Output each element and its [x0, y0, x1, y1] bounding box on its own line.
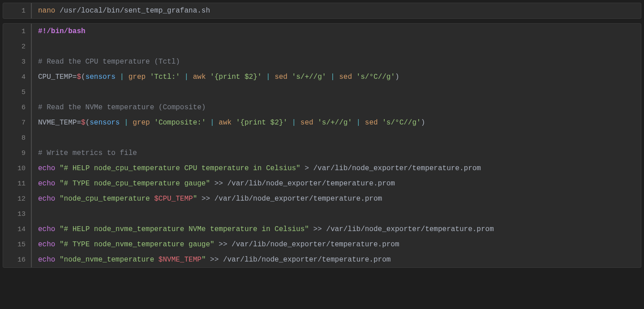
code-token: |	[120, 119, 133, 127]
code-content[interactable]: # Write metrics to file	[38, 148, 641, 158]
code-token: "	[193, 195, 197, 203]
gutter-separator	[31, 24, 32, 39]
code-content[interactable]: CPU_TEMP=$(sensors | grep 'Tctl:' | awk …	[38, 72, 641, 82]
code-token: grep	[133, 119, 150, 127]
gutter-separator	[31, 85, 32, 100]
code-line[interactable]: 14echo "# HELP node_nvme_temperature NVM…	[3, 222, 641, 237]
code-token: |	[352, 119, 365, 127]
code-token: 's/°C//g'	[378, 119, 421, 127]
code-line[interactable]: 5	[3, 85, 641, 100]
code-token	[55, 240, 60, 249]
gutter-separator	[31, 237, 32, 252]
code-line[interactable]: 9# Write metrics to file	[3, 146, 641, 161]
code-line[interactable]: 13	[3, 206, 641, 222]
code-line[interactable]: 4CPU_TEMP=$(sensors | grep 'Tctl:' | awk…	[3, 69, 641, 85]
gutter-separator	[31, 161, 32, 176]
code-token	[55, 195, 60, 203]
code-token: "node_cpu_temperature	[60, 195, 154, 203]
code-token: > /var/lib/node_exporter/temperature.pro…	[301, 164, 481, 172]
line-number: 10	[3, 164, 31, 173]
line-number: 1	[3, 6, 31, 16]
code-token: # Read the NVMe temperature (Composite)	[38, 103, 206, 112]
code-token: echo	[38, 180, 55, 188]
code-token: echo	[38, 256, 55, 264]
code-line[interactable]: 6# Read the NVMe temperature (Composite)	[3, 100, 641, 115]
code-token: |	[206, 119, 219, 127]
code-token: 'Composite:'	[150, 119, 206, 127]
code-token: |	[262, 73, 275, 81]
code-token: $NVME_TEMP	[159, 256, 202, 264]
code-token: >> /var/lib/node_exporter/temperature.pr…	[215, 240, 399, 249]
code-token: NVME_TEMP	[38, 119, 77, 127]
code-token: 's/°C//g'	[352, 73, 395, 81]
code-content[interactable]: # Read the CPU temperature (Tctl)	[38, 57, 641, 67]
code-token: echo	[38, 164, 55, 172]
code-token	[55, 225, 60, 233]
gutter-separator	[31, 206, 32, 222]
code-token: '{print $2}'	[206, 73, 262, 81]
code-line[interactable]: 10echo "# HELP node_cpu_temperature CPU …	[3, 161, 641, 176]
code-line[interactable]: 12echo "node_cpu_temperature $CPU_TEMP" …	[3, 191, 641, 206]
code-token: |	[326, 73, 339, 81]
code-token: echo	[38, 225, 55, 233]
code-content[interactable]: echo "node_nvme_temperature $NVME_TEMP" …	[38, 255, 641, 265]
line-number: 16	[3, 255, 31, 265]
gutter-separator	[31, 69, 32, 85]
code-content[interactable]: echo "# HELP node_cpu_temperature CPU te…	[38, 163, 641, 173]
code-line[interactable]: 15echo "# TYPE node_nvme_temperature gau…	[3, 237, 641, 252]
code-content[interactable]: echo "# HELP node_nvme_temperature NVMe …	[38, 224, 641, 234]
code-line[interactable]: 1nano /usr/local/bin/sent_temp_grafana.s…	[3, 3, 641, 18]
code-token	[55, 164, 60, 172]
code-content[interactable]: echo "# TYPE node_nvme_temperature gauge…	[38, 240, 641, 249]
code-token: )	[395, 73, 399, 81]
code-content[interactable]	[38, 209, 641, 219]
code-token: (	[86, 119, 90, 127]
code-token: >> /var/lib/node_exporter/temperature.pr…	[197, 195, 382, 203]
code-token: '{print $2}'	[232, 119, 288, 127]
line-number: 12	[3, 194, 31, 204]
gutter-separator	[31, 146, 32, 161]
code-content[interactable]	[38, 87, 641, 97]
line-number: 4	[3, 73, 31, 82]
line-number: 8	[3, 133, 31, 143]
line-number: 2	[3, 42, 31, 52]
code-block-command: 1nano /usr/local/bin/sent_temp_grafana.s…	[3, 3, 641, 19]
line-number: 9	[3, 149, 31, 158]
code-token: $CPU_TEMP	[154, 195, 193, 203]
code-content[interactable]	[38, 42, 641, 52]
code-token: nano	[38, 7, 55, 15]
code-token	[55, 180, 60, 188]
code-token: "# HELP node_nvme_temperature NVMe tempe…	[60, 225, 309, 233]
code-line[interactable]: 3# Read the CPU temperature (Tctl)	[3, 54, 641, 69]
code-token: 'Tctl:'	[146, 73, 180, 81]
code-token: /usr/local/bin/sent_temp_grafana.sh	[55, 7, 210, 15]
code-token: )	[421, 119, 425, 127]
code-content[interactable]	[38, 133, 641, 143]
code-token: |	[180, 73, 193, 81]
code-token: #!/bin/bash	[38, 27, 86, 35]
code-content[interactable]: nano /usr/local/bin/sent_temp_grafana.sh	[38, 6, 641, 16]
code-token: echo	[38, 240, 55, 249]
code-line[interactable]: 2	[3, 39, 641, 54]
code-token: echo	[38, 195, 55, 203]
code-token: sensors	[86, 73, 116, 81]
code-content[interactable]: NVME_TEMP=$(sensors | grep 'Composite:' …	[38, 118, 641, 128]
code-token: sed	[339, 73, 352, 81]
gutter-separator	[31, 3, 32, 18]
code-line[interactable]: 16echo "node_nvme_temperature $NVME_TEMP…	[3, 252, 641, 267]
code-content[interactable]: echo "# TYPE node_cpu_temperature gauge"…	[38, 179, 641, 189]
code-line[interactable]: 8	[3, 130, 641, 146]
code-content[interactable]: echo "node_cpu_temperature $CPU_TEMP" >>…	[38, 194, 641, 204]
code-token: "# TYPE node_nvme_temperature gauge"	[60, 240, 215, 249]
code-token: sensors	[90, 119, 120, 127]
code-line[interactable]: 7NVME_TEMP=$(sensors | grep 'Composite:'…	[3, 115, 641, 130]
code-line[interactable]: 1#!/bin/bash	[3, 24, 641, 39]
code-token: # Write metrics to file	[38, 149, 137, 157]
code-line[interactable]: 11echo "# TYPE node_cpu_temperature gaug…	[3, 176, 641, 191]
code-token: (	[81, 73, 86, 81]
line-number: 15	[3, 240, 31, 249]
code-content[interactable]: #!/bin/bash	[38, 26, 641, 36]
gutter-separator	[31, 115, 32, 130]
code-token: $	[81, 119, 86, 127]
code-content[interactable]: # Read the NVMe temperature (Composite)	[38, 103, 641, 112]
